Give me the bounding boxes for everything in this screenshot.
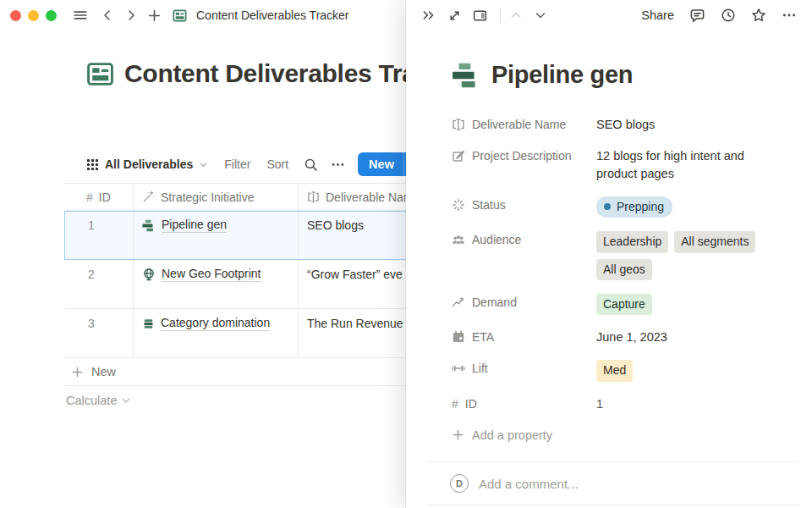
demand-tag[interactable]: Capture (596, 294, 652, 315)
chevron-up-icon[interactable] (509, 8, 523, 22)
grid-icon (86, 158, 99, 171)
board-icon (173, 8, 187, 23)
property-value[interactable]: Prepping (596, 196, 778, 218)
add-property-button[interactable]: Add a property (452, 420, 790, 450)
property-value[interactable]: June 1, 2023 (596, 329, 778, 346)
globe-icon (142, 268, 156, 281)
cell-id[interactable]: 1 (64, 211, 134, 259)
line-chart-icon (452, 295, 465, 309)
filter-button[interactable]: Filter (224, 157, 250, 171)
audience-tag[interactable]: All segments (674, 231, 755, 252)
hash-icon: # (86, 190, 93, 204)
peek-page-title[interactable]: Pipeline gen (452, 61, 633, 89)
column-header-id[interactable]: # ID (64, 184, 134, 210)
property-value[interactable]: 1 (596, 395, 778, 413)
wand-icon (142, 190, 155, 203)
minimize-window-button[interactable] (28, 10, 39, 21)
new-record-button-label: New (358, 152, 403, 176)
property-row-demand: Demand Capture (452, 287, 790, 322)
calendar-icon (452, 330, 465, 344)
dumbbell-icon (452, 362, 465, 375)
tab-title[interactable]: Content Deliverables Tracker (196, 8, 349, 22)
page-link[interactable]: Category domination (142, 316, 270, 331)
more-options-icon[interactable] (782, 8, 797, 23)
properties-list: Deliverable Name SEO blogs Project Descr… (452, 109, 790, 450)
comment-section: D Add a comment... (427, 461, 799, 505)
close-window-button[interactable] (10, 10, 21, 21)
cell-initiative[interactable]: Category domination (134, 309, 299, 357)
view-switcher[interactable]: All Deliverables (86, 157, 208, 171)
expand-page-icon[interactable] (447, 8, 462, 23)
hash-icon: # (452, 398, 458, 410)
property-label[interactable]: Deliverable Name (452, 116, 596, 131)
new-tab-icon[interactable] (147, 8, 162, 23)
window-titlebar: Content Deliverables Tracker (0, 0, 406, 30)
forward-icon[interactable] (124, 8, 138, 22)
property-label[interactable]: ETA (452, 329, 596, 344)
people-icon (452, 233, 465, 246)
search-icon[interactable] (304, 157, 318, 172)
cell-id[interactable]: 3 (64, 309, 134, 357)
cell-initiative[interactable]: New Geo Footprint (134, 260, 299, 308)
close-peek-icon[interactable] (421, 8, 436, 23)
cell-id[interactable]: 2 (64, 260, 134, 308)
property-value[interactable]: Med (596, 360, 778, 381)
property-label[interactable]: Demand (452, 294, 596, 309)
property-row-id: # ID 1 (452, 389, 790, 420)
back-icon[interactable] (101, 8, 114, 22)
app-window: Content Deliverables Tracker Content Del… (0, 0, 812, 508)
stack-icon (142, 318, 155, 330)
view-name: All Deliverables (105, 157, 193, 171)
board-icon (86, 60, 114, 88)
text-icon (307, 190, 320, 203)
property-row-deliverable-name: Deliverable Name SEO blogs (452, 109, 790, 141)
audience-tag[interactable]: Leadership (596, 231, 668, 252)
side-peek-icon[interactable] (473, 8, 487, 23)
sort-button[interactable]: Sort (266, 157, 288, 171)
status-dot (604, 203, 611, 210)
text-icon (452, 118, 465, 131)
peek-title-text: Pipeline gen (491, 61, 633, 89)
property-row-lift: Lift Med (452, 353, 790, 388)
property-label[interactable]: Lift (452, 360, 596, 375)
sidebar-menu-icon[interactable] (73, 8, 88, 23)
lift-tag[interactable]: Med (596, 360, 633, 381)
property-value[interactable]: Capture (596, 294, 778, 315)
peek-topbar: Share (406, 0, 812, 30)
property-row-project-description: Project Description 12 blogs for high in… (452, 141, 790, 190)
plus-icon (71, 366, 84, 378)
column-header-strategic-initiative[interactable]: Strategic Initiative (134, 184, 299, 210)
pipeline-bars-icon (452, 62, 480, 89)
property-value[interactable]: Leadership All segments All geos (596, 231, 778, 280)
property-label[interactable]: # ID (452, 395, 596, 411)
status-badge[interactable]: Prepping (596, 196, 672, 218)
peek-panel: Share Pipeline gen (406, 0, 812, 508)
property-label[interactable]: Project Description (452, 147, 596, 163)
cell-initiative[interactable]: Pipeline gen (134, 211, 299, 259)
updates-clock-icon[interactable] (721, 8, 736, 23)
plus-icon (452, 428, 464, 441)
avatar: D (450, 474, 469, 493)
comments-icon[interactable] (689, 8, 705, 24)
chevron-down-icon[interactable] (534, 8, 547, 22)
property-row-eta: ETA June 1, 2023 (452, 322, 790, 353)
page-link[interactable]: New Geo Footprint (142, 267, 261, 282)
comment-input[interactable]: Add a comment... (479, 477, 579, 491)
chevron-down-icon (199, 160, 208, 169)
page-link[interactable]: Pipeline gen (142, 218, 227, 233)
share-button[interactable]: Share (641, 8, 674, 22)
property-label[interactable]: Status (452, 196, 596, 212)
traffic-lights (10, 10, 57, 21)
favorite-star-icon[interactable] (751, 8, 766, 23)
property-value[interactable]: SEO blogs (596, 116, 778, 134)
property-label[interactable]: Audience (452, 231, 596, 246)
spinner-icon (452, 198, 465, 212)
more-options-icon[interactable] (331, 157, 345, 172)
pipeline-bars-icon (142, 219, 156, 232)
property-value[interactable]: 12 blogs for high intent and product pag… (596, 147, 778, 183)
zoom-window-button[interactable] (46, 10, 57, 21)
audience-tag[interactable]: All geos (596, 259, 652, 280)
property-row-status: Status Prepping (452, 190, 790, 224)
edit-icon (452, 149, 465, 163)
chevron-down-icon (121, 395, 131, 406)
